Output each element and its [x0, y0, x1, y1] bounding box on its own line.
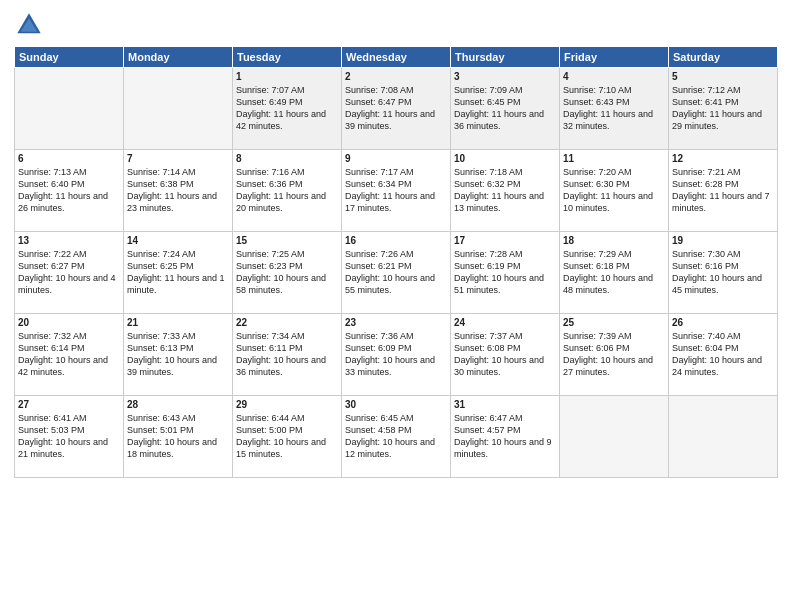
day-number: 31 [454, 399, 556, 410]
day-cell-4: 4Sunrise: 7:10 AMSunset: 6:43 PMDaylight… [560, 68, 669, 150]
day-cell-7: 7Sunrise: 7:14 AMSunset: 6:38 PMDaylight… [124, 150, 233, 232]
day-cell-3: 3Sunrise: 7:09 AMSunset: 6:45 PMDaylight… [451, 68, 560, 150]
sunrise-label: Sunrise: 7:07 AM [236, 85, 305, 95]
day-cell-9: 9Sunrise: 7:17 AMSunset: 6:34 PMDaylight… [342, 150, 451, 232]
day-number: 12 [672, 153, 774, 164]
sunset-label: Sunset: 6:23 PM [236, 261, 303, 271]
sunrise-label: Sunrise: 7:34 AM [236, 331, 305, 341]
sunset-label: Sunset: 6:14 PM [18, 343, 85, 353]
sunset-label: Sunset: 6:34 PM [345, 179, 412, 189]
daylight-label: Daylight: 10 hours and 45 minutes. [672, 273, 762, 295]
sunset-label: Sunset: 5:01 PM [127, 425, 194, 435]
day-number: 23 [345, 317, 447, 328]
sunset-label: Sunset: 6:41 PM [672, 97, 739, 107]
day-number: 18 [563, 235, 665, 246]
daylight-label: Daylight: 10 hours and 42 minutes. [18, 355, 108, 377]
day-number: 3 [454, 71, 556, 82]
col-header-saturday: Saturday [669, 47, 778, 68]
day-number: 19 [672, 235, 774, 246]
day-number: 5 [672, 71, 774, 82]
week-row-3: 20Sunrise: 7:32 AMSunset: 6:14 PMDayligh… [15, 314, 778, 396]
day-info: Sunrise: 7:14 AMSunset: 6:38 PMDaylight:… [127, 166, 229, 215]
daylight-label: Daylight: 11 hours and 32 minutes. [563, 109, 653, 131]
day-info: Sunrise: 7:20 AMSunset: 6:30 PMDaylight:… [563, 166, 665, 215]
col-header-tuesday: Tuesday [233, 47, 342, 68]
day-info: Sunrise: 7:22 AMSunset: 6:27 PMDaylight:… [18, 248, 120, 297]
sunrise-label: Sunrise: 7:18 AM [454, 167, 523, 177]
sunrise-label: Sunrise: 7:36 AM [345, 331, 414, 341]
week-row-4: 27Sunrise: 6:41 AMSunset: 5:03 PMDayligh… [15, 396, 778, 478]
day-number: 6 [18, 153, 120, 164]
day-cell-16: 16Sunrise: 7:26 AMSunset: 6:21 PMDayligh… [342, 232, 451, 314]
sunrise-label: Sunrise: 7:22 AM [18, 249, 87, 259]
header [14, 10, 778, 40]
day-cell-6: 6Sunrise: 7:13 AMSunset: 6:40 PMDaylight… [15, 150, 124, 232]
day-number: 15 [236, 235, 338, 246]
day-cell-14: 14Sunrise: 7:24 AMSunset: 6:25 PMDayligh… [124, 232, 233, 314]
sunset-label: Sunset: 4:57 PM [454, 425, 521, 435]
sunset-label: Sunset: 6:32 PM [454, 179, 521, 189]
day-cell-26: 26Sunrise: 7:40 AMSunset: 6:04 PMDayligh… [669, 314, 778, 396]
sunrise-label: Sunrise: 7:13 AM [18, 167, 87, 177]
sunrise-label: Sunrise: 6:43 AM [127, 413, 196, 423]
day-info: Sunrise: 7:25 AMSunset: 6:23 PMDaylight:… [236, 248, 338, 297]
day-number: 2 [345, 71, 447, 82]
page: SundayMondayTuesdayWednesdayThursdayFrid… [0, 0, 792, 612]
daylight-label: Daylight: 11 hours and 13 minutes. [454, 191, 544, 213]
day-info: Sunrise: 7:26 AMSunset: 6:21 PMDaylight:… [345, 248, 447, 297]
day-info: Sunrise: 7:17 AMSunset: 6:34 PMDaylight:… [345, 166, 447, 215]
day-number: 22 [236, 317, 338, 328]
daylight-label: Daylight: 10 hours and 30 minutes. [454, 355, 544, 377]
day-cell-19: 19Sunrise: 7:30 AMSunset: 6:16 PMDayligh… [669, 232, 778, 314]
day-number: 17 [454, 235, 556, 246]
day-cell-30: 30Sunrise: 6:45 AMSunset: 4:58 PMDayligh… [342, 396, 451, 478]
col-header-monday: Monday [124, 47, 233, 68]
daylight-label: Daylight: 10 hours and 27 minutes. [563, 355, 653, 377]
daylight-label: Daylight: 11 hours and 42 minutes. [236, 109, 326, 131]
day-cell-17: 17Sunrise: 7:28 AMSunset: 6:19 PMDayligh… [451, 232, 560, 314]
sunset-label: Sunset: 6:43 PM [563, 97, 630, 107]
sunrise-label: Sunrise: 6:45 AM [345, 413, 414, 423]
day-cell-12: 12Sunrise: 7:21 AMSunset: 6:28 PMDayligh… [669, 150, 778, 232]
day-info: Sunrise: 7:21 AMSunset: 6:28 PMDaylight:… [672, 166, 774, 215]
day-info: Sunrise: 7:37 AMSunset: 6:08 PMDaylight:… [454, 330, 556, 379]
logo-icon [14, 10, 44, 40]
sunrise-label: Sunrise: 7:21 AM [672, 167, 741, 177]
day-info: Sunrise: 7:36 AMSunset: 6:09 PMDaylight:… [345, 330, 447, 379]
day-cell-11: 11Sunrise: 7:20 AMSunset: 6:30 PMDayligh… [560, 150, 669, 232]
day-number: 25 [563, 317, 665, 328]
daylight-label: Daylight: 11 hours and 26 minutes. [18, 191, 108, 213]
day-info: Sunrise: 6:45 AMSunset: 4:58 PMDaylight:… [345, 412, 447, 461]
logo [14, 10, 48, 40]
day-number: 27 [18, 399, 120, 410]
sunrise-label: Sunrise: 7:09 AM [454, 85, 523, 95]
sunrise-label: Sunrise: 7:40 AM [672, 331, 741, 341]
sunset-label: Sunset: 6:36 PM [236, 179, 303, 189]
sunrise-label: Sunrise: 7:33 AM [127, 331, 196, 341]
sunset-label: Sunset: 6:11 PM [236, 343, 303, 353]
sunset-label: Sunset: 6:28 PM [672, 179, 739, 189]
sunset-label: Sunset: 6:18 PM [563, 261, 630, 271]
daylight-label: Daylight: 10 hours and 39 minutes. [127, 355, 217, 377]
sunset-label: Sunset: 6:16 PM [672, 261, 739, 271]
daylight-label: Daylight: 10 hours and 15 minutes. [236, 437, 326, 459]
day-cell-20: 20Sunrise: 7:32 AMSunset: 6:14 PMDayligh… [15, 314, 124, 396]
day-cell-8: 8Sunrise: 7:16 AMSunset: 6:36 PMDaylight… [233, 150, 342, 232]
daylight-label: Daylight: 11 hours and 1 minute. [127, 273, 225, 295]
day-number: 1 [236, 71, 338, 82]
daylight-label: Daylight: 10 hours and 33 minutes. [345, 355, 435, 377]
sunrise-label: Sunrise: 7:26 AM [345, 249, 414, 259]
day-cell-28: 28Sunrise: 6:43 AMSunset: 5:01 PMDayligh… [124, 396, 233, 478]
day-cell-25: 25Sunrise: 7:39 AMSunset: 6:06 PMDayligh… [560, 314, 669, 396]
day-cell-29: 29Sunrise: 6:44 AMSunset: 5:00 PMDayligh… [233, 396, 342, 478]
day-info: Sunrise: 7:16 AMSunset: 6:36 PMDaylight:… [236, 166, 338, 215]
sunset-label: Sunset: 4:58 PM [345, 425, 412, 435]
day-info: Sunrise: 7:24 AMSunset: 6:25 PMDaylight:… [127, 248, 229, 297]
sunrise-label: Sunrise: 7:29 AM [563, 249, 632, 259]
sunrise-label: Sunrise: 7:39 AM [563, 331, 632, 341]
day-info: Sunrise: 7:12 AMSunset: 6:41 PMDaylight:… [672, 84, 774, 133]
day-cell-18: 18Sunrise: 7:29 AMSunset: 6:18 PMDayligh… [560, 232, 669, 314]
day-info: Sunrise: 7:33 AMSunset: 6:13 PMDaylight:… [127, 330, 229, 379]
day-number: 24 [454, 317, 556, 328]
day-info: Sunrise: 7:07 AMSunset: 6:49 PMDaylight:… [236, 84, 338, 133]
